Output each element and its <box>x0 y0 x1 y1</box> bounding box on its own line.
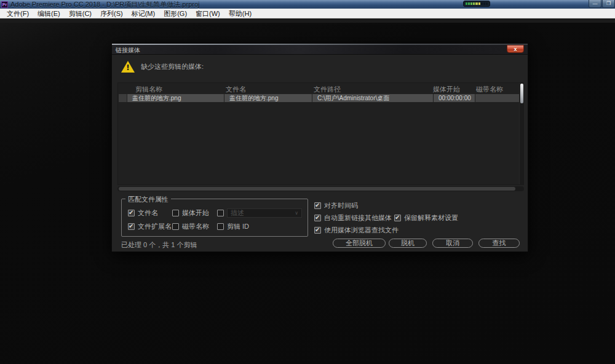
description-checkbox-icon[interactable] <box>217 210 224 216</box>
preserve-interpret-checkbox-icon[interactable] <box>394 215 401 221</box>
horizontal-scrollbar[interactable] <box>117 186 524 191</box>
checkbox-align-timecode[interactable]: 对齐时间码 <box>314 201 358 210</box>
table-header-row: 剪辑名称 文件名 文件路径 媒体开始 磁带名称 <box>118 83 523 94</box>
col-header-media-start[interactable]: 媒体开始 <box>433 85 460 94</box>
file-name-checkbox-icon[interactable] <box>128 210 135 216</box>
table-row[interactable]: 盖住脏的地方.png 盖住脏的地方.png C:\用户\Administrato… <box>119 94 519 102</box>
window-controls: — ❐ <box>588 0 615 8</box>
link-media-dialog: 链接媒体 x 缺少这些剪辑的媒体: 剪辑名称 文件名 文件路径 媒体开始 磁带名… <box>111 43 528 252</box>
menu-help[interactable]: 帮助(H) <box>224 9 256 18</box>
menu-sequence[interactable]: 序列(S) <box>96 9 127 18</box>
col-header-file-name[interactable]: 文件名 <box>226 85 246 94</box>
cell-media-start[interactable]: 00:00:00:00 <box>434 94 475 102</box>
app-toolbar-strip <box>0 18 615 23</box>
premiere-app-icon: Pr <box>1 1 8 8</box>
horizontal-scrollbar-thumb[interactable] <box>119 187 515 191</box>
menu-window[interactable]: 窗口(W) <box>191 9 224 18</box>
vertical-scrollbar[interactable] <box>519 83 523 184</box>
checkbox-file-name[interactable]: 文件名 <box>128 208 158 218</box>
chevron-down-icon: ∨ <box>295 210 298 216</box>
row-selector-cell[interactable] <box>119 94 127 102</box>
window-title: Adobe Premiere Pro CC 2018 - D:\PR项目\生蚝简… <box>10 0 199 9</box>
dialog-titlebar[interactable]: 链接媒体 x <box>112 44 528 55</box>
file-extension-checkbox-icon[interactable] <box>128 223 135 230</box>
vertical-scrollbar-thumb[interactable] <box>520 84 523 103</box>
cell-clip-name[interactable]: 盖住脏的地方.png <box>127 94 224 102</box>
menu-bar: 文件(F) 编辑(E) 剪辑(C) 序列(S) 标记(M) 图形(G) 窗口(W… <box>0 9 615 18</box>
dialog-title: 链接媒体 <box>116 46 140 55</box>
all-offline-button[interactable]: 全部脱机 <box>333 239 386 248</box>
minimize-button[interactable]: — <box>589 0 601 8</box>
col-header-clip-name[interactable]: 剪辑名称 <box>135 85 162 94</box>
warning-message: 缺少这些剪辑的媒体: <box>141 62 204 71</box>
menu-file[interactable]: 文件(F) <box>2 9 33 18</box>
warning-icon <box>121 61 135 73</box>
media-start-checkbox-icon[interactable] <box>172 210 179 216</box>
menu-clip[interactable]: 剪辑(C) <box>65 9 96 18</box>
restore-button[interactable]: ❐ <box>602 0 615 8</box>
menu-marker[interactable]: 标记(M) <box>127 9 160 18</box>
cancel-button[interactable]: 取消 <box>432 239 473 248</box>
locate-button[interactable]: 查找 <box>478 239 520 248</box>
checkbox-description[interactable]: 描述 ∨ <box>217 208 302 218</box>
description-dropdown[interactable]: 描述 ∨ <box>227 208 302 218</box>
col-header-tape-name[interactable]: 磁带名称 <box>476 85 503 94</box>
offline-button[interactable]: 脱机 <box>389 239 427 248</box>
checkbox-media-start[interactable]: 媒体开始 <box>172 208 209 218</box>
align-timecode-checkbox-icon[interactable] <box>314 202 321 209</box>
checkbox-relink-others[interactable]: 自动重新链接其他媒体 <box>314 213 392 223</box>
tape-name-checkbox-icon[interactable] <box>172 223 179 230</box>
cell-file-path[interactable]: C:\用户\Administrator\桌面 <box>312 94 433 102</box>
match-properties-group: 匹配文件属性 文件名 媒体开始 描述 ∨ 文件扩展名 磁带名称 剪辑 ID <box>121 199 308 237</box>
cell-file-name[interactable]: 盖住脏的地方.png <box>224 94 312 102</box>
missing-media-table: 剪辑名称 文件名 文件路径 媒体开始 磁带名称 盖住脏的地方.png 盖住脏的地… <box>117 82 524 185</box>
relink-others-checkbox-icon[interactable] <box>314 215 321 221</box>
checkbox-file-extension[interactable]: 文件扩展名 <box>128 222 172 231</box>
os-titlebar: Pr Adobe Premiere Pro CC 2018 - D:\PR项目\… <box>0 0 615 9</box>
col-header-file-path[interactable]: 文件路径 <box>314 85 341 94</box>
checkbox-use-media-browser[interactable]: 使用媒体浏览器查找文件 <box>314 226 399 235</box>
menu-graphics[interactable]: 图形(G) <box>159 9 191 18</box>
status-text: 已处理 0 个，共 1 个剪辑 <box>121 240 197 250</box>
use-media-browser-checkbox-icon[interactable] <box>314 227 321 234</box>
checkbox-preserve-interpret[interactable]: 保留解释素材设置 <box>394 213 458 223</box>
menu-edit[interactable]: 编辑(E) <box>33 9 65 18</box>
dialog-close-button[interactable]: x <box>507 45 524 53</box>
titlebar-meter-widget <box>463 1 490 7</box>
match-properties-legend: 匹配文件属性 <box>125 195 171 204</box>
checkbox-clip-id[interactable]: 剪辑 ID <box>217 222 249 231</box>
clip-id-checkbox-icon[interactable] <box>217 223 224 230</box>
cell-tape-name[interactable] <box>475 94 519 102</box>
warning-row: 缺少这些剪辑的媒体: <box>121 61 204 73</box>
checkbox-tape-name[interactable]: 磁带名称 <box>172 222 209 231</box>
